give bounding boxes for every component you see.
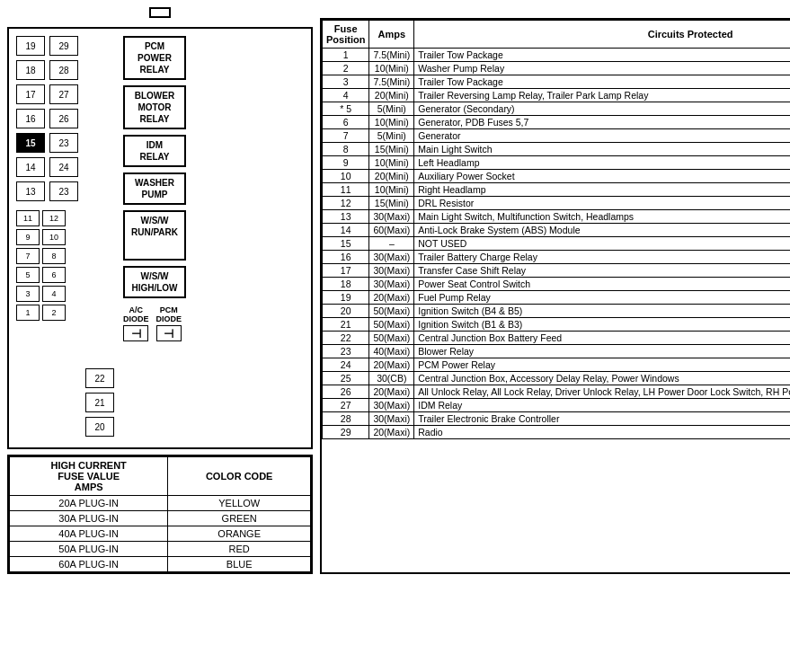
circuit-desc: Ignition Switch (B4 & B5)	[414, 305, 790, 318]
fuse-table-row: 1215(Mini)DRL Resistor	[323, 197, 791, 210]
circuit-desc: Washer Pump Relay	[414, 62, 790, 75]
relay-wsw-highlow: W/S/WHIGH/LOW	[123, 266, 186, 298]
color-table-row: 20A PLUG-INYELLOW	[10, 496, 311, 511]
fuse-pos: 19	[323, 291, 369, 305]
fuse-pos: * 5	[323, 102, 369, 116]
fuse-table-row: 75(Mini)Generator	[323, 129, 791, 143]
fuse-amps: 30(CB)	[369, 372, 414, 385]
relay-idm: IDMRELAY	[123, 135, 186, 167]
fuse-amps: 30(Maxi)	[369, 399, 414, 412]
circuit-desc: All Unlock Relay, All Lock Relay, Driver…	[414, 385, 790, 399]
fuse-table-row: 1920(Maxi)Fuel Pump Relay	[323, 291, 791, 305]
color-table-row: 60A PLUG-INBLUE	[10, 557, 311, 572]
circuit-desc: Main Light Switch	[414, 143, 790, 156]
fuse-pos: 17	[323, 264, 369, 278]
fuse-pos: 15	[323, 237, 369, 251]
circuit-desc: PCM Power Relay	[414, 358, 790, 372]
col-header-color: COLOR CODE	[168, 457, 311, 496]
fuse-14: 14	[16, 157, 45, 177]
fuse-amps: 20(Maxi)	[369, 291, 414, 305]
fuse-27: 27	[49, 84, 78, 104]
circuit-desc: Power Seat Control Switch	[414, 278, 790, 291]
fuse-table-row: 2340(Maxi)Blower Relay	[323, 345, 791, 358]
circuit-desc: Left Headlamp	[414, 156, 790, 170]
fuse-amps: 15(Mini)	[369, 197, 414, 210]
circuit-desc: Generator	[414, 129, 790, 143]
fuse-table-row: 1630(Maxi)Trailer Battery Charge Relay	[323, 251, 791, 264]
amps-value: 60A PLUG-IN	[10, 557, 168, 572]
fuse-table-row: 610(Mini)Generator, PDB Fuses 5,7	[323, 116, 791, 129]
amps-value: 30A PLUG-IN	[10, 511, 168, 526]
fuse-amps: 30(Maxi)	[369, 264, 414, 278]
fuse-pos: 10	[323, 170, 369, 183]
amps-value: 50A PLUG-IN	[10, 542, 168, 557]
circuit-desc: Trailer Tow Package	[414, 49, 790, 62]
color-value: RED	[168, 542, 311, 557]
fuse-24: 24	[49, 157, 78, 177]
fuse-amps: 50(Maxi)	[369, 332, 414, 345]
fuse-pos: 6	[323, 116, 369, 129]
fuse-table-row: 2920(Maxi)Radio	[323, 426, 791, 439]
ac-diode-label: A/CDIODE ⊣	[123, 305, 149, 341]
fuse-4: 4	[42, 286, 66, 302]
fuse-11: 11	[16, 210, 40, 226]
fuse-pos: 16	[323, 251, 369, 264]
fuse-2: 2	[42, 305, 66, 321]
fuse-pos: 11	[323, 183, 369, 197]
fuse-amps: 40(Maxi)	[369, 345, 414, 358]
circuit-desc: Transfer Case Shift Relay	[414, 264, 790, 278]
circuit-desc: NOT USED	[414, 237, 790, 251]
fuse-table-row: 2050(Maxi)Ignition Switch (B4 & B5)	[323, 305, 791, 318]
fuse-pos: 25	[323, 372, 369, 385]
fuse-table-row: 1110(Mini)Right Headlamp	[323, 183, 791, 197]
fuse-amps: 10(Mini)	[369, 183, 414, 197]
fuse-pos: 29	[323, 426, 369, 439]
amps-value: 20A PLUG-IN	[10, 496, 168, 511]
fuse-table-row: 2620(Maxi)All Unlock Relay, All Lock Rel…	[323, 385, 791, 399]
color-value: ORANGE	[168, 526, 311, 542]
circuit-desc: Anti-Lock Brake System (ABS) Module	[414, 224, 790, 237]
relay-blower-motor: BLOWERMOTORRELAY	[123, 85, 186, 129]
fuse-19: 19	[16, 36, 45, 56]
fuse-amps: 30(Maxi)	[369, 278, 414, 291]
fuse-17: 17	[16, 84, 45, 104]
circuit-desc: Main Light Switch, Multifunction Switch,…	[414, 210, 790, 224]
fuse-pos: 14	[323, 224, 369, 237]
fuse-7: 7	[16, 248, 40, 264]
fuse-10: 10	[42, 229, 66, 245]
fuse-table-row: 2150(Maxi)Ignition Switch (B1 & B3)	[323, 318, 791, 332]
fuse-pos: 3	[323, 75, 369, 89]
fuse-pos: 7	[323, 129, 369, 143]
fuse-table-row: 210(Mini)Washer Pump Relay	[323, 62, 791, 75]
fuse-5: 5	[16, 267, 40, 283]
circuit-desc: Right Headlamp	[414, 183, 790, 197]
fuse-diagram: 19 18 17 16 15 14 13 29 28 27 26 23	[7, 27, 313, 449]
fuse-amps: 20(Maxi)	[369, 426, 414, 439]
fuse-9: 9	[16, 229, 40, 245]
color-value: YELLOW	[168, 496, 311, 511]
fuse-15: 15	[16, 133, 45, 153]
color-value: GREEN	[168, 511, 311, 526]
circuit-desc: Trailer Electronic Brake Controller	[414, 412, 790, 426]
fuse-pos: 2	[323, 62, 369, 75]
circuit-desc: Radio	[414, 426, 790, 439]
fuse-pos: 12	[323, 197, 369, 210]
fuse-table-row: 15–NOT USED	[323, 237, 791, 251]
fuse-table: FusePosition Amps Circuits Protected 17.…	[320, 18, 790, 574]
fuse-table-row: 1460(Maxi)Anti-Lock Brake System (ABS) M…	[323, 224, 791, 237]
fuse-amps: 50(Maxi)	[369, 305, 414, 318]
relay-wsw-runpark: W/S/WRUN/PARK	[123, 210, 186, 261]
color-table-row: 40A PLUG-INORANGE	[10, 526, 311, 542]
fuse-pos: 26	[323, 385, 369, 399]
fuse-amps: 10(Mini)	[369, 62, 414, 75]
circuit-desc: Trailer Battery Charge Relay	[414, 251, 790, 264]
fuse-amps: 7.5(Mini)	[369, 49, 414, 62]
fuse-23b: 23	[49, 181, 78, 201]
circuit-desc: Fuel Pump Relay	[414, 291, 790, 305]
circuit-desc: Trailer Tow Package	[414, 75, 790, 89]
fuse-amps: 20(Maxi)	[369, 385, 414, 399]
fuse-amps: 5(Mini)	[369, 129, 414, 143]
fuse-table-row: 1020(Mini)Auxiliary Power Socket	[323, 170, 791, 183]
fuse-table-row: * 55(Mini)Generator (Secondary)	[323, 102, 791, 116]
circuit-desc: Trailer Reversing Lamp Relay, Trailer Pa…	[414, 89, 790, 102]
